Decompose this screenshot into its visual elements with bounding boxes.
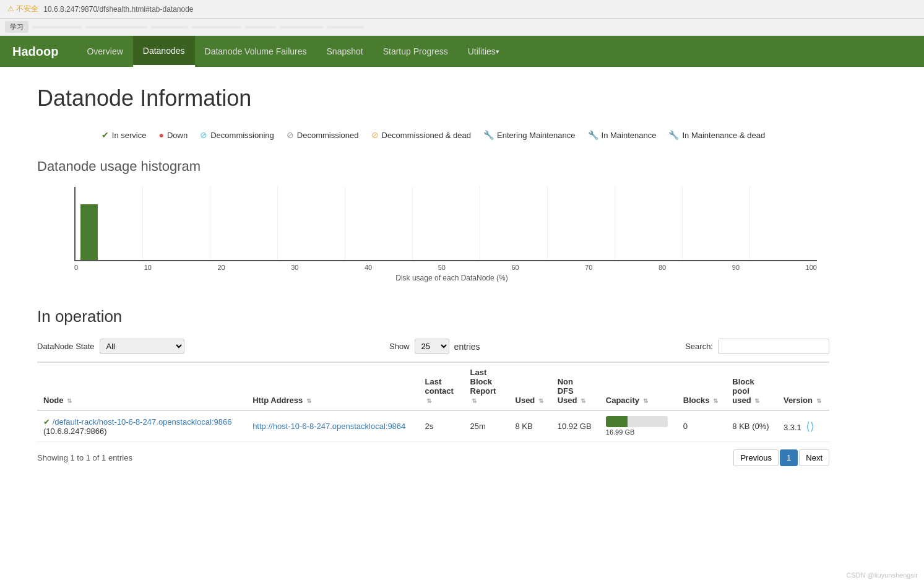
col-block-pool-used: Blockpoolused ⇅ xyxy=(726,362,777,410)
bookmark-item[interactable] xyxy=(245,26,276,28)
search-label: Search: xyxy=(685,342,713,351)
sort-icon-last-block-report[interactable]: ⇅ xyxy=(472,397,477,404)
sort-icon-last-contact[interactable]: ⇅ xyxy=(426,397,431,404)
state-label: DataNode State xyxy=(37,342,95,351)
nav-snapshot[interactable]: Snapshot xyxy=(317,36,373,67)
legend-decommissioned: ⊘ Decommissioned xyxy=(287,130,359,140)
histogram-chart: 1 xyxy=(74,187,817,261)
datanode-table: Node ⇅ Http Address ⇅ Lastcontact ⇅ Last… xyxy=(37,362,829,442)
in-operation-title: In operation xyxy=(37,307,829,326)
histogram-section: Datanode usage histogram 1 xyxy=(37,158,829,282)
legend-in-maintenance-dead: 🔧 In Maintenance & dead xyxy=(668,130,765,140)
navbar-brand: Hadoop xyxy=(12,45,71,59)
entering-maintenance-icon: 🔧 xyxy=(483,130,494,140)
bookmark-item[interactable] xyxy=(32,26,82,28)
table-controls-right: Search: xyxy=(685,339,829,354)
checkmark-icon: ✔ xyxy=(101,130,109,140)
nav-startup-progress[interactable]: Startup Progress xyxy=(373,36,458,67)
state-select[interactable]: All In Service Decommissioning Decommiss… xyxy=(100,339,184,354)
sort-icon-http[interactable]: ⇅ xyxy=(306,397,311,404)
in-maintenance-icon: 🔧 xyxy=(588,130,598,140)
search-input[interactable] xyxy=(718,339,829,354)
col-http-address: Http Address ⇅ xyxy=(246,362,418,410)
sort-icon-node[interactable]: ⇅ xyxy=(67,397,72,404)
col-capacity: Capacity ⇅ xyxy=(600,362,677,410)
sort-icon-bpu[interactable]: ⇅ xyxy=(754,397,759,404)
decommissioned-icon: ⊘ xyxy=(287,130,294,140)
legend-entering-maintenance: 🔧 Entering Maintenance xyxy=(483,130,575,140)
main-content: Datanode Information ✔ In service ● Down… xyxy=(0,67,866,485)
browser-bar: ⚠ 不安全 10.6.8.247:9870/dfshealth.html#tab… xyxy=(0,0,924,19)
legend-entering-maintenance-label: Entering Maintenance xyxy=(497,131,575,140)
node-link[interactable]: /default-rack/host-10-6-8-247.openstackl… xyxy=(53,417,232,427)
cell-last-block-report: 25m xyxy=(464,410,509,442)
nav-datanode-volume-failures[interactable]: Datanode Volume Failures xyxy=(195,36,317,67)
legend-decommissioning-label: Decommissioning xyxy=(210,131,274,140)
sort-icon-blocks[interactable]: ⇅ xyxy=(713,397,718,404)
table-row: ✔ /default-rack/host-10-6-8-247.openstac… xyxy=(37,410,829,442)
col-non-dfs-used: NonDFSUsed ⇅ xyxy=(551,362,600,410)
cell-last-contact: 2s xyxy=(419,410,464,442)
pagination: Previous 1 Next xyxy=(733,449,829,466)
http-address-link[interactable]: http://host-10-6-8-247.openstacklocal:98… xyxy=(253,422,405,431)
down-icon: ● xyxy=(158,130,163,140)
current-page-button[interactable]: 1 xyxy=(780,449,798,466)
bookmark-item[interactable] xyxy=(151,26,188,28)
cell-capacity: 16.99 GB xyxy=(600,410,677,442)
capacity-bar-bg xyxy=(606,416,668,427)
sort-icon-capacity[interactable]: ⇅ xyxy=(643,397,648,404)
col-version: Version ⇅ xyxy=(777,362,829,410)
in-operation-section: In operation DataNode State All In Servi… xyxy=(37,307,829,466)
in-maintenance-dead-icon: 🔧 xyxy=(668,130,679,140)
bookmark-item[interactable] xyxy=(327,26,364,28)
legend-decommissioned-dead: ⊘ Decommissioned & dead xyxy=(371,130,472,140)
nav-datanodes[interactable]: Datanodes xyxy=(133,36,195,67)
histogram-bar: 1 xyxy=(80,204,98,260)
bookmark-item[interactable] xyxy=(280,26,323,28)
legend-in-maintenance-dead-label: In Maintenance & dead xyxy=(682,131,765,140)
decommissioning-icon: ⊘ xyxy=(200,130,207,140)
navbar: Hadoop Overview Datanodes Datanode Volum… xyxy=(0,36,924,67)
datanode-active-icon: ✔ xyxy=(43,417,50,427)
legend-in-maintenance: 🔧 In Maintenance xyxy=(588,130,657,140)
table-controls-center: Show 10 25 50 100 entries xyxy=(389,339,480,354)
cell-http-address: http://host-10-6-8-247.openstacklocal:98… xyxy=(246,410,418,442)
legend-decommissioning: ⊘ Decommissioning xyxy=(200,130,274,140)
sort-icon-non-dfs[interactable]: ⇅ xyxy=(581,397,585,404)
previous-page-button[interactable]: Previous xyxy=(733,449,779,466)
legend: ✔ In service ● Down ⊘ Decommissioning ⊘ … xyxy=(37,130,829,140)
decommissioned-dead-icon: ⊘ xyxy=(371,130,379,140)
cell-node: ✔ /default-rack/host-10-6-8-247.openstac… xyxy=(37,410,246,442)
pagination-row: Showing 1 to 1 of 1 entries Previous 1 N… xyxy=(37,449,829,466)
col-last-block-report: LastBlockReport ⇅ xyxy=(464,362,509,410)
node-ip: (10.6.8.247:9866) xyxy=(43,427,107,436)
nav-utilities[interactable]: Utilities xyxy=(458,36,509,67)
cell-used: 8 KB xyxy=(509,410,551,442)
bookmark-item[interactable] xyxy=(85,26,147,28)
capacity-value: 16.99 GB xyxy=(606,428,634,436)
cell-version: 3.3.1 ⟨⟩ xyxy=(777,410,829,442)
next-page-button[interactable]: Next xyxy=(799,449,829,466)
legend-down: ● Down xyxy=(158,130,188,140)
bookmark-item[interactable] xyxy=(192,26,241,28)
col-used: Used ⇅ xyxy=(509,362,551,410)
cell-non-dfs-used: 10.92 GB xyxy=(551,410,600,442)
show-select[interactable]: 10 25 50 100 xyxy=(415,339,449,354)
table-controls: DataNode State All In Service Decommissi… xyxy=(37,339,829,354)
cell-block-pool-used: 8 KB (0%) xyxy=(726,410,777,442)
legend-in-service-label: In service xyxy=(112,131,147,140)
entries-label: entries xyxy=(454,342,480,352)
sort-icon-version[interactable]: ⇅ xyxy=(816,397,821,404)
security-warning: ⚠ 不安全 xyxy=(7,4,38,14)
bookmark-item[interactable]: 学习 xyxy=(5,21,28,33)
page-title: Datanode Information xyxy=(37,85,829,111)
legend-decommissioned-label: Decommissioned xyxy=(297,131,359,140)
legend-decommissioned-dead-label: Decommissioned & dead xyxy=(382,131,472,140)
histogram-bar-value: 1 xyxy=(87,193,91,201)
sort-icon-used[interactable]: ⇅ xyxy=(538,397,543,404)
histogram-x-axis: 0 10 20 30 40 50 60 70 80 90 100 xyxy=(74,261,817,271)
legend-down-label: Down xyxy=(167,131,188,140)
nav-overview[interactable]: Overview xyxy=(77,36,132,67)
col-node: Node ⇅ xyxy=(37,362,246,410)
version-icon: ⟨⟩ xyxy=(806,420,814,433)
